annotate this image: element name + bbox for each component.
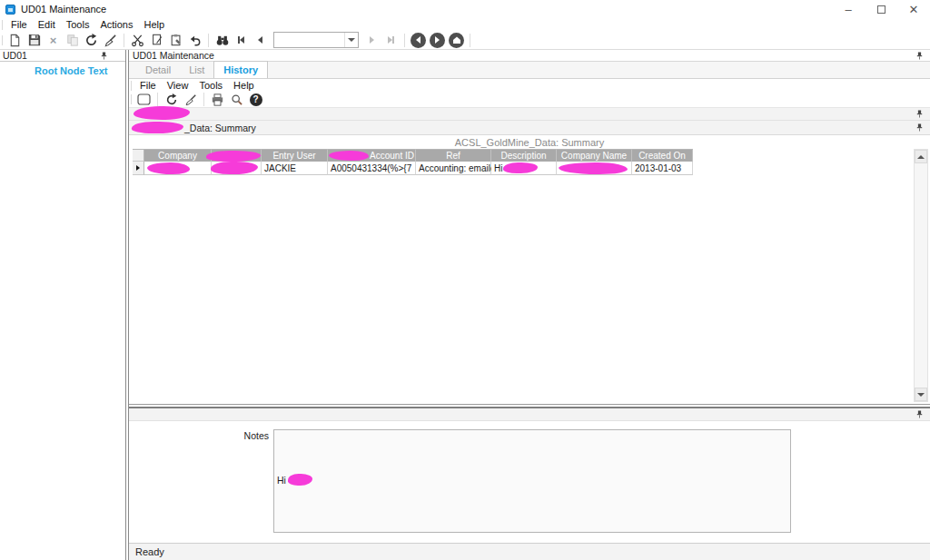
tree-panel-title: UD01 <box>3 50 27 61</box>
pin-icon[interactable] <box>915 52 924 61</box>
menu-help[interactable]: Help <box>138 19 170 30</box>
status-text: Ready <box>135 546 164 557</box>
copy-button[interactable] <box>147 32 166 49</box>
binoculars-icon <box>215 34 230 47</box>
print-preview-button[interactable] <box>227 91 246 108</box>
undo-button[interactable] <box>185 32 204 49</box>
notes-label: Notes <box>231 430 269 441</box>
history-grid: Company Entry User Account ID Ref Descri… <box>133 149 693 175</box>
toolbar-separator <box>208 34 209 47</box>
cell-entry-user[interactable]: JACKIE <box>262 162 328 175</box>
clear-button[interactable] <box>101 32 120 49</box>
record-combobox[interactable] <box>273 32 359 48</box>
cut-button[interactable] <box>128 32 147 49</box>
forward-arrow-icon <box>435 36 440 44</box>
history-menu-file[interactable]: File <box>134 80 162 91</box>
broom-icon <box>104 34 117 47</box>
printer-icon <box>211 93 224 106</box>
col-created-on[interactable]: Created On <box>632 149 693 162</box>
scroll-up-icon <box>917 155 925 159</box>
collapsed-group-bar[interactable] <box>129 108 930 121</box>
col-entry-user[interactable]: Entry User <box>262 149 328 162</box>
first-record-button[interactable] <box>232 32 251 49</box>
tab-detail[interactable]: Detail <box>136 62 180 78</box>
cell-redacted[interactable] <box>212 162 262 175</box>
cell-account-id[interactable]: A0050431334(%>{7 <box>328 162 416 175</box>
home-icon <box>452 35 461 44</box>
delete-button[interactable]: × <box>44 32 63 49</box>
combobox-dropdown-button[interactable] <box>344 33 358 47</box>
refresh-button[interactable] <box>82 32 101 49</box>
summary-group-label: _Data: Summary <box>184 123 256 133</box>
next-record-button[interactable] <box>362 32 381 49</box>
history-menu-help[interactable]: Help <box>228 80 260 91</box>
tree-panel: UD01 Root Node Text <box>0 50 125 560</box>
cell-description[interactable]: Hi <box>491 162 557 175</box>
last-record-button[interactable] <box>381 32 401 49</box>
cell-company[interactable] <box>144 162 212 175</box>
print-button[interactable] <box>208 91 227 108</box>
main-panel: UD01 Maintenance Detail List History Fil… <box>129 50 930 560</box>
title-bar: UD01 Maintenance – ✕ <box>0 0 930 18</box>
col-company[interactable]: Company <box>144 149 212 162</box>
previous-record-button[interactable] <box>251 32 270 49</box>
pin-icon[interactable] <box>915 123 924 133</box>
layout-button[interactable] <box>134 91 153 108</box>
menu-actions[interactable]: Actions <box>94 19 138 30</box>
close-button[interactable]: ✕ <box>897 0 930 18</box>
save-button[interactable] <box>25 32 44 49</box>
refresh-icon <box>165 93 178 106</box>
home-button[interactable] <box>449 33 464 48</box>
back-button[interactable] <box>411 33 426 48</box>
pin-icon[interactable] <box>100 52 108 61</box>
row-selector[interactable] <box>133 162 144 175</box>
tab-list[interactable]: List <box>180 62 213 78</box>
forward-button[interactable] <box>430 33 445 48</box>
redaction-mark <box>147 162 190 174</box>
history-grid-area: ACSL_GoldMine_Data: Summary Company Entr… <box>129 135 930 404</box>
history-menu-view[interactable]: View <box>162 80 194 91</box>
undo-arrow-icon <box>188 34 202 47</box>
copy-disabled-button[interactable] <box>63 32 82 49</box>
col-account-id[interactable]: Account ID <box>328 149 416 162</box>
pin-icon[interactable] <box>915 110 924 119</box>
menu-edit[interactable]: Edit <box>33 19 61 30</box>
col-redacted[interactable] <box>212 149 262 162</box>
tab-history[interactable]: History <box>213 61 268 78</box>
col-company-name[interactable]: Company Name <box>557 149 632 162</box>
col-ref[interactable]: Ref <box>416 149 491 162</box>
summary-group-bar[interactable]: _Data: Summary <box>129 121 930 135</box>
next-arrow-icon <box>370 36 374 44</box>
cell-ref[interactable]: Accounting: emailed <box>416 162 491 175</box>
search-button[interactable] <box>213 32 232 49</box>
notes-textarea[interactable]: Hi <box>273 429 791 533</box>
grid-vertical-scrollbar[interactable] <box>914 149 928 402</box>
app-window: UD01 Maintenance – ✕ File Edit Tools Act… <box>0 0 930 560</box>
scroll-up-button[interactable] <box>915 150 927 163</box>
minimize-button[interactable]: – <box>832 0 865 18</box>
cell-created-on[interactable]: 2013-01-03 <box>632 162 693 175</box>
menu-tools[interactable]: Tools <box>61 19 95 30</box>
history-menu-tools[interactable]: Tools <box>193 80 228 91</box>
notes-panel-header[interactable] <box>129 408 930 421</box>
panel-icon <box>137 93 151 105</box>
clipboard-icon <box>170 34 183 46</box>
paste-button[interactable] <box>166 32 185 49</box>
help-button[interactable]: ? <box>246 91 265 108</box>
new-button[interactable] <box>5 32 25 49</box>
main-panel-title: UD01 Maintenance <box>133 50 214 61</box>
tree-root-node[interactable]: Root Node Text <box>35 65 125 76</box>
refresh-icon <box>84 34 98 47</box>
table-row[interactable]: JACKIE A0050431334(%>{7 Accounting: emai… <box>133 162 693 175</box>
redaction-mark <box>134 106 190 120</box>
clear-button[interactable] <box>181 91 200 108</box>
cell-company-name[interactable] <box>557 162 632 175</box>
maximize-button[interactable] <box>865 0 897 18</box>
pin-icon[interactable] <box>915 410 924 419</box>
help-icon: ? <box>250 93 262 106</box>
menu-file[interactable]: File <box>5 19 33 30</box>
scroll-down-button[interactable] <box>915 388 927 401</box>
col-description[interactable]: Description <box>491 149 557 162</box>
back-arrow-icon <box>416 36 420 44</box>
history-menu-bar: File View Tools Help <box>129 79 930 92</box>
